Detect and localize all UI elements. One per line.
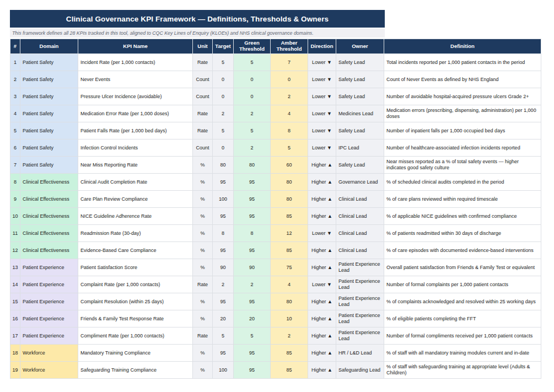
cell-target: 2: [213, 276, 234, 293]
cell-kpi: Medication Error Rate (per 1,000 doses): [78, 105, 193, 122]
cell-domain: Patient Experience: [20, 293, 78, 310]
cell-num: 11: [10, 225, 20, 242]
cell-direction: Higher ▲: [308, 345, 336, 362]
cell-green: 95: [234, 208, 271, 225]
cell-num: 9: [10, 191, 20, 208]
cell-owner: Clinical Lead: [336, 225, 384, 242]
cell-domain: Patient Experience: [20, 276, 78, 293]
cell-amber: 0: [271, 71, 308, 88]
cell-num: 12: [10, 242, 20, 259]
cell-owner: Patient Experience Lead: [336, 293, 384, 310]
cell-direction: Higher ▲: [308, 293, 336, 310]
cell-num: 5: [10, 122, 20, 139]
cell-owner: Patient Experience Lead: [336, 310, 384, 327]
col-header-kpi: KPI Name: [78, 39, 193, 54]
cell-owner: Patient Experience Lead: [336, 259, 384, 276]
cell-owner: Clinical Lead: [336, 191, 384, 208]
table-row: 1Patient SafetyIncident Rate (per 1,000 …: [10, 54, 541, 71]
cell-target: 95: [213, 293, 234, 310]
col-header-target: Target: [213, 39, 234, 54]
cell-target: 95: [213, 208, 234, 225]
cell-num: 13: [10, 259, 20, 276]
cell-definition: Near misses reported as a % of total saf…: [384, 157, 541, 174]
cell-domain: Patient Safety: [20, 88, 78, 105]
cell-direction: Lower ▼: [308, 54, 336, 71]
cell-definition: Overall patient satisfaction from Friend…: [384, 259, 541, 276]
cell-target: 8: [213, 225, 234, 242]
cell-unit: Rate: [193, 122, 213, 139]
cell-definition: Number of inpatient falls per 1,000 occu…: [384, 122, 541, 139]
cell-owner: HR / L&D Lead: [336, 345, 384, 362]
cell-unit: %: [193, 345, 213, 362]
cell-kpi: Mandatory Training Compliance: [78, 345, 193, 362]
cell-target: 0: [213, 139, 234, 157]
cell-domain: Patient Safety: [20, 139, 78, 157]
cell-target: 5: [213, 54, 234, 71]
cell-unit: %: [193, 310, 213, 327]
table-row: 19WorkforceSafeguarding Training Complia…: [10, 362, 541, 379]
col-header-amber: Amber Threshold: [271, 39, 308, 54]
cell-owner: Medicines Lead: [336, 105, 384, 122]
cell-amber: 60: [271, 157, 308, 174]
cell-target: 95: [213, 345, 234, 362]
cell-kpi: Complaint Rate (per 1,000 contacts): [78, 276, 193, 293]
cell-definition: % of staff with all mandatory training m…: [384, 345, 541, 362]
cell-amber: 85: [271, 362, 308, 379]
cell-definition: Number of avoidable hospital-acquired pr…: [384, 88, 541, 105]
col-header-direction: Direction: [308, 39, 336, 54]
cell-green: 2: [234, 105, 271, 122]
cell-domain: Patient Safety: [20, 54, 78, 71]
cell-definition: % of staff with safeguarding training at…: [384, 362, 541, 379]
cell-green: 80: [234, 157, 271, 174]
cell-kpi: Infection Control Incidents: [78, 139, 193, 157]
table-row: 17Patient ExperienceCompliment Rate (per…: [10, 327, 541, 345]
cell-owner: Clinical Lead: [336, 208, 384, 225]
cell-owner: Safeguarding Lead: [336, 362, 384, 379]
cell-green: 20: [234, 310, 271, 327]
cell-green: 5: [234, 54, 271, 71]
cell-definition: Number of formal compliments received pe…: [384, 327, 541, 345]
cell-direction: Lower ▼: [308, 88, 336, 105]
cell-amber: 5: [271, 139, 308, 157]
cell-unit: %: [193, 174, 213, 191]
cell-unit: %: [193, 208, 213, 225]
cell-unit: %: [193, 362, 213, 379]
cell-num: 3: [10, 88, 20, 105]
cell-green: 95: [234, 345, 271, 362]
cell-num: 18: [10, 345, 20, 362]
cell-kpi: Pressure Ulcer Incidence (avoidable): [78, 88, 193, 105]
table-row: 2Patient SafetyNever EventsCount000Lower…: [10, 71, 541, 88]
cell-target: 5: [213, 122, 234, 139]
cell-green: 0: [234, 71, 271, 88]
cell-target: 5: [213, 327, 234, 345]
cell-kpi: Friends & Family Test Response Rate: [78, 310, 193, 327]
cell-owner: Patient Experience Lead: [336, 327, 384, 345]
cell-green: 5: [234, 122, 271, 139]
cell-target: 100: [213, 362, 234, 379]
cell-target: 100: [213, 191, 234, 208]
cell-direction: Higher ▲: [308, 208, 336, 225]
cell-domain: Clinical Effectiveness: [20, 208, 78, 225]
cell-domain: Workforce: [20, 362, 78, 379]
cell-direction: Higher ▲: [308, 310, 336, 327]
col-header-owner: Owner: [336, 39, 384, 54]
cell-direction: Higher ▲: [308, 242, 336, 259]
cell-definition: Number of formal complaints per 1,000 pa…: [384, 276, 541, 293]
cell-amber: 4: [271, 276, 308, 293]
cell-owner: Clinical Lead: [336, 242, 384, 259]
table-row: 16Patient ExperienceFriends & Family Tes…: [10, 310, 541, 327]
page-subtitle: This framework defines all 28 KPIs track…: [10, 29, 385, 37]
cell-owner: Governance Lead: [336, 174, 384, 191]
table-row: 3Patient SafetyPressure Ulcer Incidence …: [10, 88, 541, 105]
cell-definition: Number of healthcare-associated infectio…: [384, 139, 541, 157]
cell-green: 95: [234, 362, 271, 379]
cell-target: 95: [213, 242, 234, 259]
cell-definition: Medication errors (prescribing, dispensi…: [384, 105, 541, 122]
table-row: 7Patient SafetyNear Miss Reporting Rate%…: [10, 157, 541, 174]
cell-definition: % of care episodes with documented evide…: [384, 242, 541, 259]
cell-kpi: Care Plan Review Compliance: [78, 191, 193, 208]
cell-amber: 85: [271, 242, 308, 259]
cell-direction: Lower ▼: [308, 71, 336, 88]
cell-num: 6: [10, 139, 20, 157]
table-row: 14Patient ExperienceComplaint Rate (per …: [10, 276, 541, 293]
